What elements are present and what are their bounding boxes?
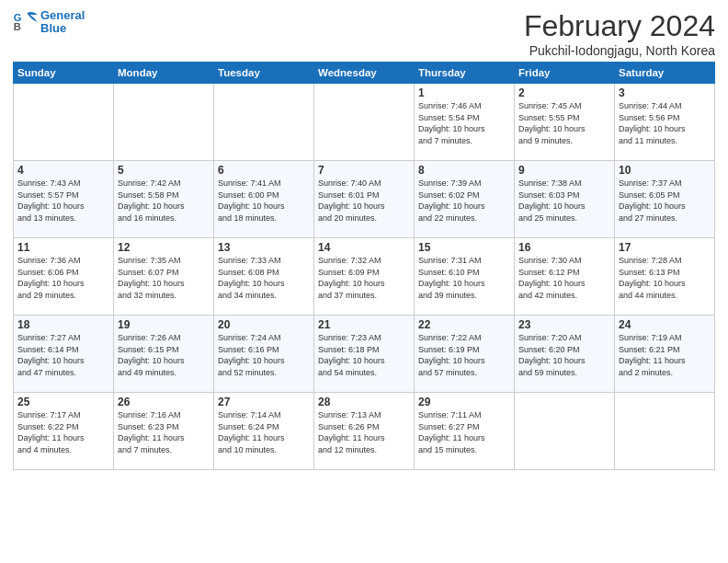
calendar-body: 1Sunrise: 7:46 AM Sunset: 5:54 PM Daylig… [14, 84, 715, 470]
day-info: Sunrise: 7:42 AM Sunset: 5:58 PM Dayligh… [118, 178, 210, 224]
header-saturday: Saturday [615, 63, 715, 84]
day-info: Sunrise: 7:24 AM Sunset: 6:16 PM Dayligh… [218, 332, 310, 378]
day-number: 9 [518, 164, 610, 177]
day-number: 7 [318, 164, 410, 177]
day-cell: 8Sunrise: 7:39 AM Sunset: 6:02 PM Daylig… [415, 161, 515, 238]
day-cell: 24Sunrise: 7:19 AM Sunset: 6:21 PM Dayli… [615, 316, 715, 393]
day-cell [314, 84, 415, 161]
logo-icon: G B [13, 9, 39, 35]
day-info: Sunrise: 7:14 AM Sunset: 6:24 PM Dayligh… [218, 409, 310, 455]
day-cell: 3Sunrise: 7:44 AM Sunset: 5:56 PM Daylig… [615, 84, 715, 161]
day-number: 8 [418, 164, 510, 177]
month-title: February 2024 [524, 9, 715, 43]
day-number: 28 [318, 396, 410, 408]
day-number: 10 [619, 164, 711, 177]
day-number: 12 [118, 241, 210, 254]
day-cell: 19Sunrise: 7:26 AM Sunset: 6:15 PM Dayli… [114, 316, 214, 393]
week-row-3: 18Sunrise: 7:27 AM Sunset: 6:14 PM Dayli… [14, 316, 715, 393]
week-row-2: 11Sunrise: 7:36 AM Sunset: 6:06 PM Dayli… [14, 238, 715, 316]
header-row: Sunday Monday Tuesday Wednesday Thursday… [14, 63, 715, 84]
day-cell [515, 393, 615, 470]
day-number: 14 [318, 241, 410, 254]
day-info: Sunrise: 7:44 AM Sunset: 5:56 PM Dayligh… [619, 100, 711, 146]
week-row-1: 4Sunrise: 7:43 AM Sunset: 5:57 PM Daylig… [14, 161, 715, 238]
day-number: 18 [17, 318, 109, 331]
logo: G B General Blue [13, 9, 85, 36]
calendar-header: Sunday Monday Tuesday Wednesday Thursday… [14, 63, 715, 84]
day-info: Sunrise: 7:13 AM Sunset: 6:26 PM Dayligh… [318, 409, 410, 455]
title-block: February 2024 Pukchil-Iodongjagu, North … [524, 9, 715, 58]
day-cell [615, 393, 715, 470]
day-info: Sunrise: 7:19 AM Sunset: 6:21 PM Dayligh… [619, 332, 711, 378]
day-number: 20 [218, 318, 310, 331]
day-cell: 4Sunrise: 7:43 AM Sunset: 5:57 PM Daylig… [14, 161, 114, 238]
day-info: Sunrise: 7:39 AM Sunset: 6:02 PM Dayligh… [418, 178, 510, 224]
day-info: Sunrise: 7:20 AM Sunset: 6:20 PM Dayligh… [518, 332, 610, 378]
day-cell: 27Sunrise: 7:14 AM Sunset: 6:24 PM Dayli… [214, 393, 314, 470]
header: G B General Blue February 2024 Pukchil-I… [13, 9, 715, 58]
logo-line1: General [40, 8, 85, 22]
day-number: 19 [118, 318, 210, 331]
day-info: Sunrise: 7:46 AM Sunset: 5:54 PM Dayligh… [418, 100, 510, 146]
day-info: Sunrise: 7:22 AM Sunset: 6:19 PM Dayligh… [418, 332, 510, 378]
day-cell: 12Sunrise: 7:35 AM Sunset: 6:07 PM Dayli… [114, 238, 214, 316]
day-number: 4 [17, 164, 109, 177]
week-row-4: 25Sunrise: 7:17 AM Sunset: 6:22 PM Dayli… [14, 393, 715, 470]
day-cell: 17Sunrise: 7:28 AM Sunset: 6:13 PM Dayli… [615, 238, 715, 316]
day-cell: 14Sunrise: 7:32 AM Sunset: 6:09 PM Dayli… [314, 238, 415, 316]
day-info: Sunrise: 7:36 AM Sunset: 6:06 PM Dayligh… [17, 255, 109, 301]
day-cell: 15Sunrise: 7:31 AM Sunset: 6:10 PM Dayli… [415, 238, 515, 316]
day-cell: 11Sunrise: 7:36 AM Sunset: 6:06 PM Dayli… [14, 238, 114, 316]
day-number: 16 [518, 241, 610, 254]
day-cell: 20Sunrise: 7:24 AM Sunset: 6:16 PM Dayli… [214, 316, 314, 393]
day-cell: 6Sunrise: 7:41 AM Sunset: 6:00 PM Daylig… [214, 161, 314, 238]
day-cell: 9Sunrise: 7:38 AM Sunset: 6:03 PM Daylig… [515, 161, 615, 238]
day-info: Sunrise: 7:30 AM Sunset: 6:12 PM Dayligh… [518, 255, 610, 301]
day-number: 6 [218, 164, 310, 177]
day-cell: 26Sunrise: 7:16 AM Sunset: 6:23 PM Dayli… [114, 393, 214, 470]
day-number: 26 [118, 396, 210, 408]
header-wednesday: Wednesday [314, 63, 415, 84]
header-thursday: Thursday [415, 63, 515, 84]
day-number: 29 [418, 396, 510, 408]
day-info: Sunrise: 7:28 AM Sunset: 6:13 PM Dayligh… [619, 255, 711, 301]
header-friday: Friday [515, 63, 615, 84]
day-info: Sunrise: 7:17 AM Sunset: 6:22 PM Dayligh… [17, 409, 109, 455]
day-cell: 28Sunrise: 7:13 AM Sunset: 6:26 PM Dayli… [314, 393, 415, 470]
day-info: Sunrise: 7:43 AM Sunset: 5:57 PM Dayligh… [17, 178, 109, 224]
location: Pukchil-Iodongjagu, North Korea [524, 43, 715, 58]
day-info: Sunrise: 7:45 AM Sunset: 5:55 PM Dayligh… [518, 100, 610, 146]
day-cell: 25Sunrise: 7:17 AM Sunset: 6:22 PM Dayli… [14, 393, 114, 470]
day-number: 3 [619, 86, 711, 99]
day-cell: 7Sunrise: 7:40 AM Sunset: 6:01 PM Daylig… [314, 161, 415, 238]
day-number: 13 [218, 241, 310, 254]
day-number: 24 [619, 318, 711, 331]
day-number: 22 [418, 318, 510, 331]
day-cell: 2Sunrise: 7:45 AM Sunset: 5:55 PM Daylig… [515, 84, 615, 161]
calendar-table: Sunday Monday Tuesday Wednesday Thursday… [13, 62, 715, 470]
day-cell: 23Sunrise: 7:20 AM Sunset: 6:20 PM Dayli… [515, 316, 615, 393]
day-cell: 21Sunrise: 7:23 AM Sunset: 6:18 PM Dayli… [314, 316, 415, 393]
day-info: Sunrise: 7:16 AM Sunset: 6:23 PM Dayligh… [118, 409, 210, 455]
day-info: Sunrise: 7:31 AM Sunset: 6:10 PM Dayligh… [418, 255, 510, 301]
day-info: Sunrise: 7:11 AM Sunset: 6:27 PM Dayligh… [418, 409, 510, 455]
day-cell [214, 84, 314, 161]
day-info: Sunrise: 7:33 AM Sunset: 6:08 PM Dayligh… [218, 255, 310, 301]
day-info: Sunrise: 7:37 AM Sunset: 6:05 PM Dayligh… [619, 178, 711, 224]
week-row-0: 1Sunrise: 7:46 AM Sunset: 5:54 PM Daylig… [14, 84, 715, 161]
day-cell: 10Sunrise: 7:37 AM Sunset: 6:05 PM Dayli… [615, 161, 715, 238]
day-cell: 18Sunrise: 7:27 AM Sunset: 6:14 PM Dayli… [14, 316, 114, 393]
day-cell: 22Sunrise: 7:22 AM Sunset: 6:19 PM Dayli… [415, 316, 515, 393]
day-number: 5 [118, 164, 210, 177]
day-info: Sunrise: 7:27 AM Sunset: 6:14 PM Dayligh… [17, 332, 109, 378]
day-number: 23 [518, 318, 610, 331]
day-number: 27 [218, 396, 310, 408]
day-cell: 16Sunrise: 7:30 AM Sunset: 6:12 PM Dayli… [515, 238, 615, 316]
day-number: 2 [518, 86, 610, 99]
day-info: Sunrise: 7:32 AM Sunset: 6:09 PM Dayligh… [318, 255, 410, 301]
day-cell [114, 84, 214, 161]
day-info: Sunrise: 7:23 AM Sunset: 6:18 PM Dayligh… [318, 332, 410, 378]
page: G B General Blue February 2024 Pukchil-I… [0, 0, 728, 563]
day-info: Sunrise: 7:40 AM Sunset: 6:01 PM Dayligh… [318, 178, 410, 224]
day-number: 21 [318, 318, 410, 331]
